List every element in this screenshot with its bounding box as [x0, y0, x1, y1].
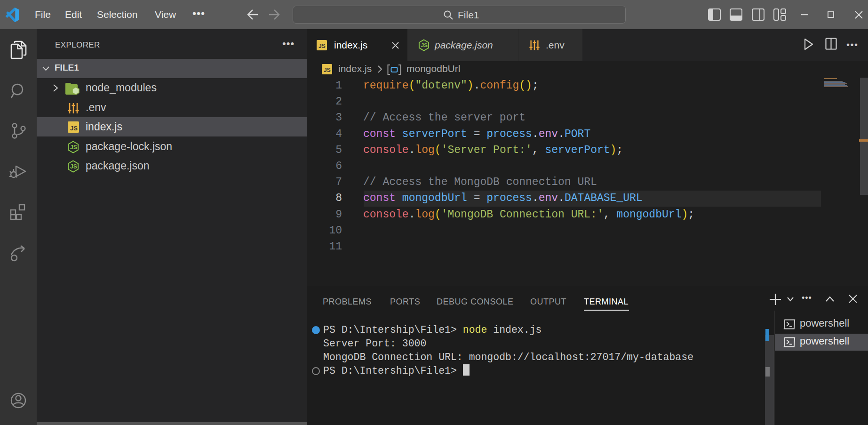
svg-text:JS: JS: [70, 144, 77, 151]
svg-text:JS: JS: [421, 42, 428, 48]
svg-text:JS: JS: [70, 163, 77, 170]
